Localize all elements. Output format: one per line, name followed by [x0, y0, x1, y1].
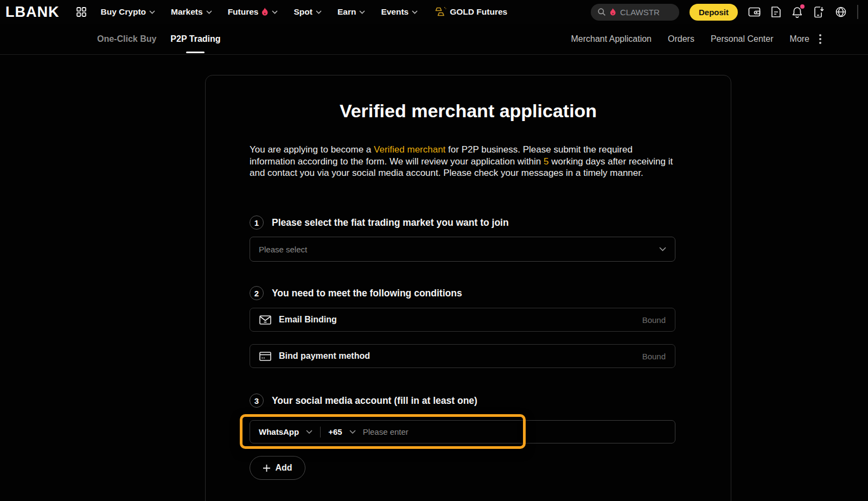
search-hot-term: CLAWSTR: [620, 8, 660, 17]
intro-segment: You are applying to become a: [250, 144, 374, 155]
tab-p2p-trading[interactable]: P2P Trading: [170, 24, 220, 55]
chevron-down-icon: [412, 10, 418, 14]
merchant-application-card: Verified merchant application You are ap…: [205, 75, 731, 501]
chevron-down-icon: [206, 10, 212, 14]
deposit-button[interactable]: Deposit: [690, 4, 738, 21]
social-account-row: WhatsApp +65: [250, 420, 675, 443]
mail-icon: [259, 315, 271, 325]
gold-ingot-icon: [433, 6, 446, 18]
more-kebab-icon[interactable]: [819, 38, 821, 40]
condition-bind-payment: Bind payment method Bound: [250, 344, 675, 368]
flame-icon: [261, 8, 269, 16]
chevron-down-icon: [349, 430, 356, 434]
bell-icon[interactable]: [792, 6, 803, 18]
search-icon: [597, 8, 606, 16]
condition-label: Bind payment method: [279, 351, 370, 361]
nav-events-label: Events: [381, 7, 409, 17]
social-platform-value: WhatsApp: [259, 427, 299, 436]
country-code-value: +65: [328, 427, 342, 436]
search-input[interactable]: CLAWSTR: [591, 4, 679, 21]
fiat-market-select[interactable]: Please select: [250, 237, 675, 262]
link-personal-center[interactable]: Personal Center: [711, 34, 774, 44]
social-platform-select[interactable]: WhatsApp: [259, 427, 312, 436]
notification-dot: [800, 4, 805, 9]
nav-buy-crypto[interactable]: Buy Crypto: [101, 7, 156, 17]
bank-card-icon: [259, 352, 271, 361]
wallet-icon[interactable]: [748, 7, 761, 17]
application-intro-text: You are applying to become a Verified me…: [250, 144, 673, 179]
add-social-account-button[interactable]: Add: [250, 456, 305, 480]
condition-label: Email Binding: [279, 315, 337, 325]
nav-gold-futures[interactable]: GOLD Futures: [433, 6, 507, 18]
lbank-logo[interactable]: LBANK: [5, 4, 60, 21]
device-download-icon[interactable]: [813, 6, 825, 18]
nav-spot-label: Spot: [293, 7, 312, 17]
topbar-right-controls: CLAWSTR Deposit: [591, 0, 868, 24]
p2p-sub-navigation: One-Click Buy P2P Trading Merchant Appli…: [0, 24, 868, 55]
chevron-down-icon: [272, 10, 278, 14]
nav-futures[interactable]: Futures: [228, 7, 278, 17]
top-navigation-bar: LBANK Buy Crypto Markets Futures S: [0, 0, 868, 24]
step3-number-badge: 3: [250, 394, 264, 408]
main-nav: Buy Crypto Markets Futures Spot Earn: [101, 6, 508, 18]
social-account-input[interactable]: [363, 427, 666, 436]
subnav-links: Merchant Application Orders Personal Cen…: [571, 34, 821, 44]
step3-header: 3 Your social media account (fill in at …: [250, 394, 477, 408]
nav-earn[interactable]: Earn: [337, 7, 365, 17]
add-button-label: Add: [275, 463, 292, 473]
step3-label: Your social media account (fill in at le…: [272, 395, 477, 407]
link-orders[interactable]: Orders: [668, 34, 694, 44]
intro-verified-merchant-highlight: Verified merchant: [374, 144, 445, 155]
condition-email-binding: Email Binding Bound: [250, 308, 675, 332]
nav-gold-futures-label: GOLD Futures: [450, 7, 507, 17]
condition-status-badge: Bound: [642, 352, 666, 361]
orders-file-icon[interactable]: [771, 6, 781, 18]
step2-label: You need to meet the following condition…: [272, 288, 462, 299]
topbar-divider: [857, 5, 858, 19]
nav-buy-crypto-label: Buy Crypto: [101, 7, 146, 17]
plus-icon: [263, 464, 271, 472]
step2-header: 2 You need to meet the following conditi…: [250, 286, 462, 300]
nav-futures-label: Futures: [228, 7, 259, 17]
subnav-tabs: One-Click Buy P2P Trading: [97, 24, 221, 55]
link-merchant-application[interactable]: Merchant Application: [571, 34, 652, 44]
chevron-down-icon: [306, 430, 312, 434]
tab-one-click-buy-label: One-Click Buy: [97, 34, 156, 44]
globe-icon[interactable]: [835, 6, 847, 18]
link-more[interactable]: More: [790, 34, 809, 44]
page: LBANK Buy Crypto Markets Futures S: [0, 0, 868, 501]
fiat-market-select-placeholder: Please select: [259, 245, 307, 254]
field-divider: [320, 427, 321, 437]
nav-spot[interactable]: Spot: [293, 7, 321, 17]
nav-markets[interactable]: Markets: [171, 7, 212, 17]
step2-number-badge: 2: [250, 286, 264, 300]
tab-one-click-buy[interactable]: One-Click Buy: [97, 24, 156, 55]
apps-grid-icon[interactable]: [76, 7, 87, 17]
tab-p2p-trading-label: P2P Trading: [170, 34, 220, 44]
condition-status-badge: Bound: [642, 315, 666, 325]
nav-events[interactable]: Events: [381, 7, 418, 17]
active-tab-underline: [186, 52, 205, 53]
chevron-down-icon: [659, 247, 666, 251]
chevron-down-icon: [359, 10, 365, 14]
nav-markets-label: Markets: [171, 7, 203, 17]
page-title: Verified merchant application: [206, 100, 731, 122]
step1-number-badge: 1: [250, 215, 264, 230]
flame-icon: [610, 8, 616, 16]
chevron-down-icon: [316, 10, 322, 14]
nav-earn-label: Earn: [337, 7, 356, 17]
country-code-select[interactable]: +65: [328, 427, 355, 436]
intro-days-highlight: 5: [544, 156, 548, 167]
step1-label: Please select the fiat trading market yo…: [272, 217, 509, 229]
chevron-down-icon: [149, 10, 155, 14]
step1-header: 1 Please select the fiat trading market …: [250, 215, 509, 230]
